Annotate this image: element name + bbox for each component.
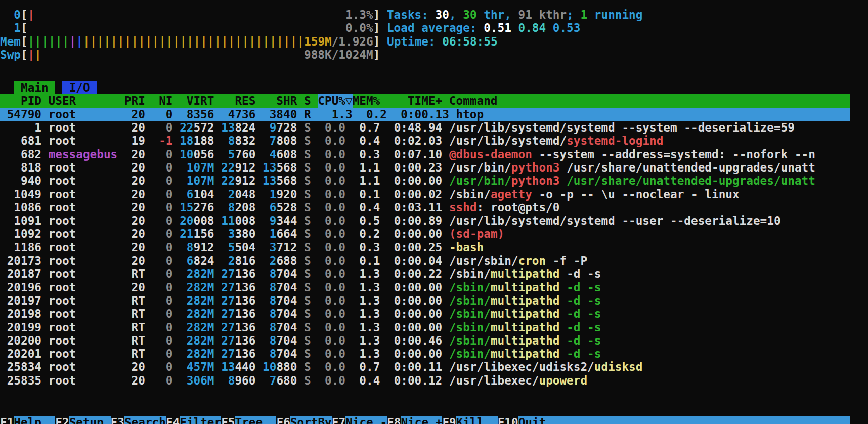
fkey-f1[interactable]: F1 <box>0 416 14 424</box>
process-row-1049-text: 048 <box>235 188 269 201</box>
process-row-20197-text: 1.3 0:00.00 <box>345 294 449 307</box>
process-row-1091-text: 008 <box>193 214 221 227</box>
process-row-1-text: 0 <box>145 121 173 134</box>
process-row-1091[interactable]: 1091 root 20 0 20008 11008 9344 S 0.0 0.… <box>0 214 850 227</box>
process-row-1049[interactable]: 1049 root 20 0 6104 2048 1920 S 0.0 0.1 … <box>0 188 850 201</box>
process-row-940-text: 912 <box>235 174 263 187</box>
process-row-20199-text <box>214 321 221 334</box>
mem-used-bars: |||||| <box>28 35 69 48</box>
process-row-940-text: 22 <box>221 174 235 187</box>
process-row-1086-text: 8 <box>228 201 235 214</box>
process-row-25835-text: 0.4 0:00.12 /usr/libexec/ <box>345 374 539 387</box>
process-row-25835[interactable]: 25835 root 20 0 306M 8960 7680 S 0.0 0.4… <box>0 374 850 387</box>
process-row-1092-text: 1 <box>270 227 277 240</box>
fkey-quit-label[interactable]: Quit <box>518 416 546 424</box>
fkey-f8[interactable]: F8 <box>387 416 401 424</box>
process-row-818[interactable]: 818 root 20 0 107M 22912 13568 S 0.0 1.1… <box>0 161 850 174</box>
fkey-f5[interactable]: F5 <box>221 416 235 424</box>
process-row-20197-text: /sbin/ <box>449 294 491 307</box>
table-header-row[interactable]: PID USER PRI NI VIRT RES SHR S CPU%▽MEM%… <box>0 94 850 107</box>
fkey-help-label[interactable]: Help <box>14 416 55 424</box>
process-row-818-text: 912 <box>235 161 263 174</box>
fkey-nice-minus-label[interactable]: Nice - <box>345 416 387 424</box>
process-row-20201[interactable]: 20201 root RT 0 282M 27136 8704 S 0.0 1.… <box>0 347 850 360</box>
process-row-20173-text <box>172 254 186 267</box>
process-row-1049-text <box>172 188 186 201</box>
process-row-1092[interactable]: 1092 root 20 0 21156 3380 1664 S 0.0 0.2… <box>0 227 850 240</box>
fkey-nice-plus-label[interactable]: Nice + <box>401 416 442 424</box>
running-count: 1 <box>580 8 587 21</box>
process-row-20198-text: 0 <box>145 307 173 320</box>
process-row-681[interactable]: 681 root 19 -1 18188 8832 7808 S 0.0 0.4… <box>0 134 850 147</box>
process-row-1086[interactable]: 1086 root 20 0 15276 8208 6528 S 0.0 0.4… <box>0 201 850 214</box>
process-row-54790[interactable]: 54790 root 20 0 8356 4736 3840 R 1.3 0.2… <box>0 108 850 121</box>
fkey-kill-label[interactable]: Kill <box>456 416 498 424</box>
process-row-20197[interactable]: 20197 root RT 0 282M 27136 8704 S 0.0 1.… <box>0 294 850 307</box>
process-row-1049-text: 920 <box>276 188 304 201</box>
process-row-1186[interactable]: 1186 root 20 0 8912 5504 3712 S 0.0 0.3 … <box>0 241 850 254</box>
process-row-20197-text: 282M <box>187 294 214 307</box>
process-row-20196-text <box>172 281 186 294</box>
process-row-25834-text: 880 <box>276 360 304 373</box>
fkey-setup-label[interactable]: Setup <box>69 416 111 424</box>
process-row-20199-text: 0 <box>145 321 173 334</box>
fkey-f3[interactable]: F3 <box>111 416 124 424</box>
screen-tabs-text <box>0 81 14 94</box>
process-row-20173-text: 824 <box>193 254 228 267</box>
process-row-20197-text <box>172 294 186 307</box>
fkey-f9[interactable]: F9 <box>442 416 456 424</box>
fkey-f4[interactable]: F4 <box>166 416 180 424</box>
fkey-f7[interactable]: F7 <box>332 416 345 424</box>
process-row-20200-text: 1.3 0:00.46 <box>345 334 449 347</box>
process-row-1049-text: 2 <box>228 188 235 201</box>
process-row-20173[interactable]: 20173 root 20 0 6824 2816 2688 S 0.0 0.1… <box>0 254 850 267</box>
process-row-20199[interactable]: 20199 root RT 0 282M 27136 8704 S 0.0 1.… <box>0 321 850 334</box>
process-row-20197-text: 704 <box>276 294 304 307</box>
process-row-1086-text <box>172 201 180 214</box>
swap-meter-row: Swp[|| 988K/1024M] <box>0 48 850 61</box>
process-row-20196-text: multipathd <box>491 281 560 294</box>
fkey-tree-label[interactable]: Tree <box>235 416 277 424</box>
swap-cache-bar: | <box>34 48 41 61</box>
process-row-20196[interactable]: 20196 root 20 0 282M 27136 8704 S 0.0 1.… <box>0 281 850 294</box>
memory-meter-row-text: ] <box>373 35 387 48</box>
process-row-1186-text: 504 <box>235 241 269 254</box>
column-headers-right[interactable]: MEM% TIME+ Command <box>353 94 498 107</box>
process-row-681-text: S 0.0 <box>304 134 345 147</box>
process-row-1[interactable]: 1 root 20 0 22572 13824 9728 S 0.0 0.7 0… <box>0 121 850 134</box>
process-row-20187-text: 136 <box>235 267 269 280</box>
process-row-25834[interactable]: 25834 root 20 0 457M 13440 10880 S 0.0 0… <box>0 360 850 373</box>
process-row-681-text: 832 <box>235 134 269 147</box>
process-row-20201-text <box>172 347 186 360</box>
process-row-25835-text <box>172 374 186 387</box>
process-row-20196-text: 27 <box>221 281 235 294</box>
process-row-682-text: --system --address=systemd: --nofork --n <box>532 148 815 161</box>
process-row-1092-text <box>172 227 180 240</box>
sort-column-cpu[interactable]: CPU%▽ <box>318 94 352 107</box>
process-row-20198-text: 1.3 0:00.00 <box>345 307 449 320</box>
fkey-f2[interactable]: F2 <box>55 416 69 424</box>
fkey-sortby-label[interactable]: SortBy <box>290 416 332 424</box>
process-row-20200[interactable]: 20200 root RT 0 282M 27136 8704 S 0.0 1.… <box>0 334 850 347</box>
cpu0-meter-row-text: thr, <box>477 8 518 21</box>
mem-used-value: 159M <box>304 35 332 48</box>
fkey-f6[interactable]: F6 <box>276 416 290 424</box>
fkey-f10[interactable]: F10 <box>498 416 518 424</box>
process-row-1091-text: 9 <box>270 214 277 227</box>
selected-process: 54790 root 20 0 8356 4736 3840 R 1.3 0.2… <box>0 108 484 121</box>
fkey-search-label[interactable]: Search <box>124 416 166 424</box>
tab-main[interactable]: Main <box>14 81 55 94</box>
fkey-filter-label[interactable]: Filter <box>180 416 221 424</box>
process-row-1186-text: 5 <box>228 241 235 254</box>
process-row-20198[interactable]: 20198 root RT 0 282M 27136 8704 S 0.0 1.… <box>0 307 850 320</box>
process-row-20187[interactable]: 20187 root RT 0 282M 27136 8704 S 0.0 1.… <box>0 267 850 280</box>
tab-io[interactable]: I/O <box>62 81 97 94</box>
process-row-682[interactable]: 682 messagebus 20 0 10056 5760 4608 S 0.… <box>0 148 850 161</box>
column-headers-left[interactable]: PID USER PRI NI VIRT RES SHR S <box>0 94 318 107</box>
process-row-1049-text: 104 <box>193 188 228 201</box>
process-row-20199-text: -d -s <box>559 321 601 334</box>
process-row-682-text: S 0.0 <box>304 148 345 161</box>
process-row-20198-text <box>172 307 186 320</box>
process-row-940[interactable]: 940 root 20 0 107M 22912 13568 S 0.0 1.1… <box>0 174 850 187</box>
process-row-20187-text: 27 <box>221 267 235 280</box>
